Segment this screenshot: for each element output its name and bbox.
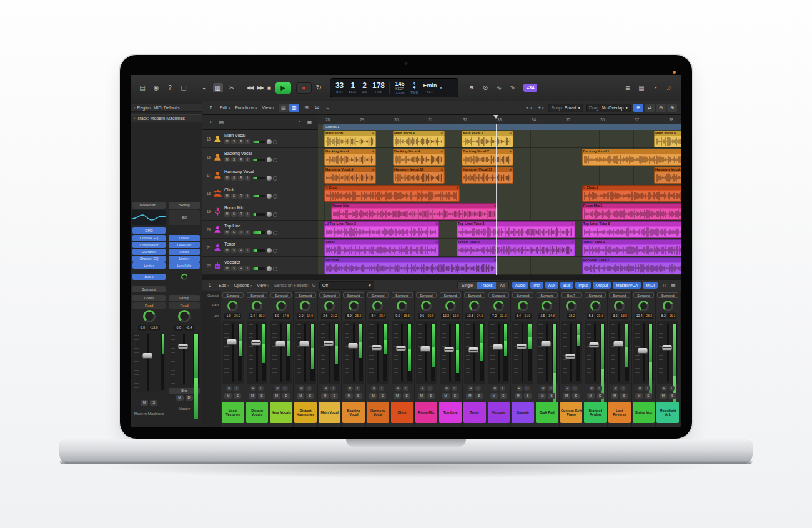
track-pan-knob[interactable] xyxy=(273,231,277,235)
channel-name-label[interactable]: Night of Avalon xyxy=(584,402,607,423)
input-monitor-button[interactable]: I xyxy=(452,386,457,391)
filter-bus-button[interactable]: Bus xyxy=(560,282,573,289)
mixer-channel-strip[interactable]: Surround-8.2-16.1RIMSMoonlight Ark xyxy=(656,291,680,427)
record-enable-button[interactable]: R xyxy=(492,386,498,391)
channel-pan-knob[interactable] xyxy=(656,299,680,312)
track-mute-button[interactable]: M xyxy=(224,139,230,144)
channel-pan-knob[interactable] xyxy=(221,299,245,312)
send-knob[interactable] xyxy=(169,274,200,280)
eq-thumbnail[interactable] xyxy=(132,210,166,225)
browser-icon[interactable]: ◔ xyxy=(650,83,660,92)
solo-button[interactable]: S xyxy=(524,393,532,399)
track-volume-slider[interactable] xyxy=(267,194,272,199)
editors-icon[interactable]: ✂ xyxy=(227,83,237,92)
channel-name-label[interactable]: Near Vocals xyxy=(270,402,292,423)
mute-button[interactable]: M xyxy=(176,395,184,401)
region[interactable]: Top Line: Take 3⊗ xyxy=(582,221,681,238)
mixer-channel-strip[interactable]: Surround-5.9-25.2RIMSBacking Vocal xyxy=(342,291,366,427)
track-mute-button[interactable]: M xyxy=(224,212,230,217)
region[interactable]: Main Vocal.8⊗ xyxy=(654,131,681,147)
solo-button[interactable]: S xyxy=(150,400,157,406)
channel-pan-knob[interactable] xyxy=(438,299,462,312)
input-monitor-button[interactable]: I xyxy=(355,386,360,391)
record-enable-button[interactable]: R xyxy=(299,386,304,391)
mute-button[interactable]: M xyxy=(345,393,353,399)
track-header[interactable]: 17Harmony VocalMSRI xyxy=(202,166,318,184)
mixer-channel-strip[interactable]: Surround-1.0-26.2RIMSVocal Textures xyxy=(221,291,245,427)
mixer-channel-strip[interactable]: Bus 7-18.2RIMSCustom Soft Piano xyxy=(560,291,584,427)
channel-output-button[interactable]: Bus 7 xyxy=(561,292,582,298)
track-lane[interactable]: Tenor⊗Tenor: Take 2⊗Tenor: Take 2⊗ xyxy=(318,239,681,257)
channel-pan-knob[interactable] xyxy=(269,299,293,312)
scope-tracks-button[interactable]: Tracks xyxy=(477,282,496,289)
track-volume-slider[interactable] xyxy=(267,212,272,217)
solo-button[interactable]: S xyxy=(669,393,676,399)
channel-name-label[interactable]: Vocoder xyxy=(488,402,510,423)
channel-fader[interactable] xyxy=(537,321,558,384)
automation-icon[interactable]: ∿ xyxy=(494,83,504,92)
record-enable-button[interactable]: R xyxy=(637,386,643,391)
mute-button[interactable]: M xyxy=(515,393,522,399)
record-enable-button[interactable]: R xyxy=(420,386,425,391)
region[interactable]: ↻Choir.1⊗ xyxy=(582,185,681,202)
channel-fader[interactable] xyxy=(270,321,292,384)
fader-cap[interactable] xyxy=(178,344,187,349)
mute-button[interactable]: M xyxy=(369,393,377,399)
input-monitor-button[interactable]: I xyxy=(500,386,505,391)
channel-name-label[interactable]: Main Vocal xyxy=(319,402,341,423)
track-mute-button[interactable]: M xyxy=(224,176,230,181)
mute-button[interactable]: M xyxy=(141,400,148,406)
track-pan-knob[interactable] xyxy=(273,176,277,181)
region[interactable]: Tenor⊗ xyxy=(324,239,439,256)
fader-cap[interactable] xyxy=(372,345,382,351)
channel-output-button[interactable]: Surround xyxy=(488,292,510,298)
channel-fader[interactable] xyxy=(222,321,244,384)
power-icon[interactable]: ⊙ xyxy=(312,282,316,288)
pointer-tool-menu[interactable]: ↖ ▾ xyxy=(523,104,533,112)
track-header[interactable]: 16Backing VocalMSRI xyxy=(202,148,318,166)
marker-icon[interactable]: ⚑ xyxy=(467,83,477,92)
catch-playhead-icon[interactable]: ↥ xyxy=(207,104,215,112)
audio-fx-slot[interactable]: Level Mtr xyxy=(169,242,200,248)
mute-button[interactable]: M xyxy=(490,393,498,399)
track-header[interactable]: 20Top LineMSRI xyxy=(202,221,318,239)
channel-pan-knob[interactable] xyxy=(390,299,414,312)
input-monitor-button[interactable]: I xyxy=(258,386,264,391)
region[interactable]: Room Mic.1⊗ xyxy=(582,203,681,220)
lcd-display[interactable]: 33 BAR 1 BEAT 2 DIV 178 TICK xyxy=(330,78,458,97)
track-pan-knob[interactable] xyxy=(273,249,277,253)
dim-button[interactable]: D xyxy=(186,395,193,401)
track-record-button[interactable]: R xyxy=(238,194,244,199)
channel-fader[interactable] xyxy=(319,321,340,384)
channel-pan-knob[interactable] xyxy=(342,299,365,312)
track-solo-button[interactable]: S xyxy=(231,230,237,235)
track-header[interactable]: 22VocoderMSRI xyxy=(202,257,318,275)
channel-name-label[interactable]: Backing Vocal xyxy=(342,402,365,423)
channel-pan-knob[interactable] xyxy=(560,299,583,312)
track-solo-button[interactable]: S xyxy=(231,176,237,181)
mute-button[interactable]: M xyxy=(418,393,425,399)
automation-mode-button[interactable]: Read xyxy=(169,302,200,309)
record-button[interactable]: ● xyxy=(296,82,312,94)
channel-output-button[interactable]: Surround xyxy=(247,292,268,298)
mute-button[interactable]: M xyxy=(587,393,595,399)
record-enable-button[interactable]: R xyxy=(468,386,473,391)
scope-single-button[interactable]: Single xyxy=(458,282,477,289)
master-volume-icon[interactable]: ♫ xyxy=(664,83,674,92)
channel-fader[interactable] xyxy=(247,321,268,384)
track-pan-knob[interactable] xyxy=(273,140,277,144)
channel-fader[interactable] xyxy=(512,321,533,384)
channel-pan-knob[interactable] xyxy=(583,299,607,312)
track-mute-button[interactable]: M xyxy=(224,230,230,235)
snap-menu[interactable]: Snap: Smart ▾ xyxy=(548,104,583,112)
mixer-channel-strip[interactable]: Surround-3.5-14.8RIMSDark Pad xyxy=(535,291,560,427)
fader-cap[interactable] xyxy=(251,340,260,346)
channel-output-button[interactable]: Surround xyxy=(222,292,244,298)
region[interactable]: Main Vocal⊗ xyxy=(324,131,376,147)
marquee-tool-icon[interactable]: ⊞ xyxy=(302,104,310,112)
audio-fx-slot[interactable]: Limiter xyxy=(132,262,166,269)
channel-output-button[interactable]: Surround xyxy=(657,292,678,298)
track-volume-slider[interactable] xyxy=(267,230,272,235)
devices-icon[interactable]: ▤ xyxy=(137,83,147,92)
strip-title[interactable]: Modern M... xyxy=(132,202,166,209)
